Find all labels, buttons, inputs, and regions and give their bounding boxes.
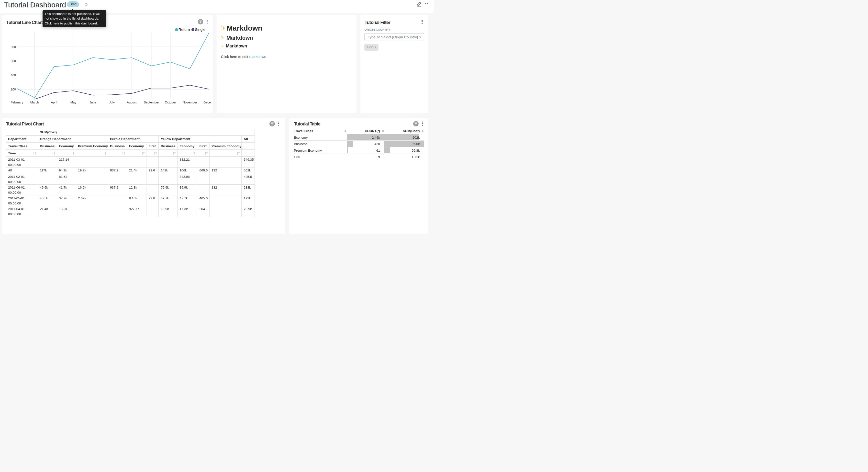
svg-text:800: 800: [11, 45, 16, 49]
svg-text:200: 200: [11, 88, 16, 91]
svg-text:September: September: [144, 100, 159, 104]
svg-text:July: July: [109, 100, 115, 104]
svg-text:November: November: [183, 100, 197, 104]
svg-text:February: February: [10, 100, 23, 104]
svg-text:600: 600: [11, 59, 16, 63]
svg-text:400: 400: [11, 73, 16, 77]
svg-text:May: May: [70, 100, 76, 104]
svg-text:October: October: [165, 100, 176, 104]
svg-text:June: June: [90, 100, 96, 104]
svg-text:April: April: [51, 100, 57, 104]
svg-text:Decem: Decem: [204, 100, 213, 104]
svg-text:March: March: [30, 100, 39, 104]
svg-text:August: August: [127, 100, 137, 104]
